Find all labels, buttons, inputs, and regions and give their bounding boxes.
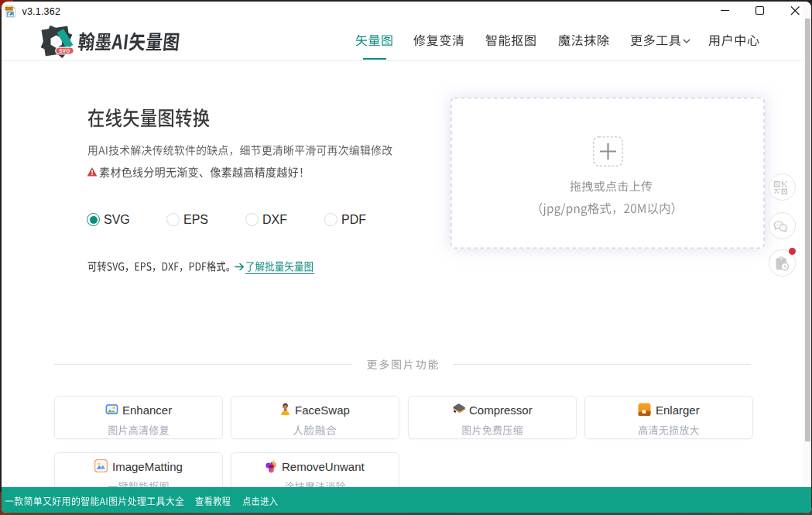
svg-text:SVG: SVG bbox=[5, 7, 13, 11]
svg-text:SVG: SVG bbox=[59, 48, 70, 53]
